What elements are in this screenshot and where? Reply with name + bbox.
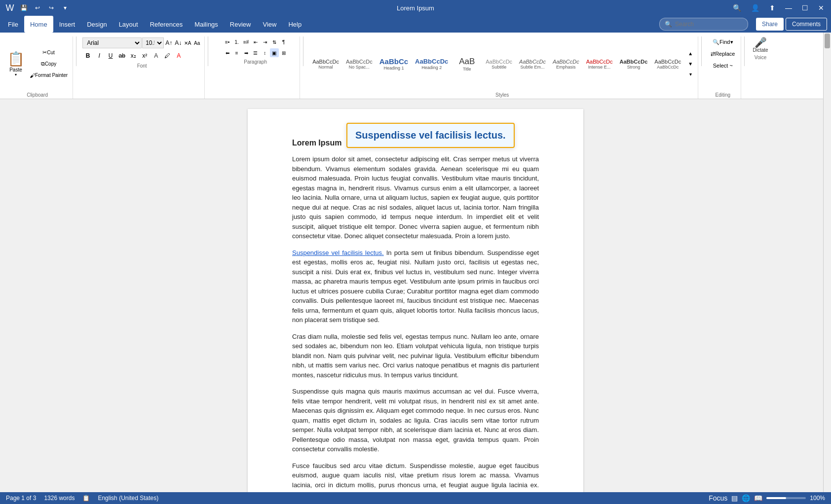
account-button[interactable]: 👤 — [748, 3, 762, 13]
style-extra[interactable]: AaBbCcDc AaBbCcDc — [651, 58, 684, 71]
style-heading1[interactable]: AaBbCc Heading 1 — [377, 56, 411, 72]
shading-button[interactable]: ▣ — [270, 48, 279, 57]
title-bar: W 💾 ↩ ↪ ▾ Lorem Ipsum 🔍 👤 ⬆ — ☐ ✕ — [0, 0, 831, 16]
strikethrough-button[interactable]: ab — [116, 50, 127, 61]
subscript-button[interactable]: x₂ — [128, 50, 139, 61]
increase-font-btn[interactable]: A↑ — [164, 38, 173, 47]
menu-design[interactable]: Design — [81, 16, 113, 33]
web-layout-btn[interactable]: 🌐 — [742, 494, 750, 502]
vertical-scrollbar[interactable] — [823, 33, 831, 492]
search-titlebar-button[interactable]: 🔍 — [730, 3, 744, 13]
line-spacing-button[interactable]: ↕ — [261, 48, 269, 57]
align-left-button[interactable]: ⬅ — [223, 48, 232, 57]
style-normal[interactable]: AaBbCcDc Normal — [309, 58, 342, 71]
superscript-button[interactable]: x² — [139, 50, 150, 61]
numbering-button[interactable]: 1. — [232, 37, 241, 46]
menu-bar: File Home Insert Design Layout Reference… — [0, 16, 831, 33]
font-name-select[interactable]: Arial — [82, 37, 142, 48]
separator-2 — [208, 36, 208, 66]
replace-button[interactable]: ⇄ Replace — [708, 48, 738, 59]
minimize-button[interactable]: — — [782, 3, 795, 13]
style-title[interactable]: AaB Title — [452, 56, 482, 72]
menu-home[interactable]: Home — [24, 16, 53, 33]
styles-scroll-down[interactable]: ▼ — [686, 60, 695, 69]
search-bar[interactable]: 🔍 — [659, 18, 748, 31]
style-emphasis[interactable]: AaBbCcDc Emphasis — [550, 58, 582, 71]
print-layout-btn[interactable]: ▤ — [731, 494, 738, 502]
menu-file[interactable]: File — [2, 16, 24, 33]
maximize-button[interactable]: ☐ — [799, 3, 811, 13]
show-formatting-button[interactable]: ¶ — [279, 37, 288, 46]
spell-check-icon[interactable]: 📋 — [82, 495, 90, 502]
menu-review[interactable]: Review — [224, 16, 257, 33]
editing-group: 🔍 Find ▾ ⇄ Replace Select ~ Editing — [705, 36, 741, 99]
search-input[interactable] — [675, 21, 734, 28]
bullets-button[interactable]: ≡• — [223, 37, 232, 46]
cut-button[interactable]: ✂ Cut — [28, 47, 70, 58]
copy-button[interactable]: ⧉ Copy — [28, 59, 70, 70]
underline-button[interactable]: U — [105, 50, 116, 61]
text-effects-button[interactable]: A — [151, 50, 161, 61]
style-subtitle[interactable]: AaBbCcDc Subtitle — [483, 58, 515, 71]
paste-button[interactable]: 📋 Paste ▾ — [5, 51, 27, 77]
highlight-color-btn[interactable]: 🖊 — [162, 50, 173, 61]
justify-button[interactable]: ☰ — [251, 48, 260, 57]
doc-link[interactable]: Suspendisse vel facilisis lectus. — [292, 249, 384, 256]
save-button[interactable]: 💾 — [18, 2, 30, 14]
status-left: Page 1 of 3 1326 words 📋 English (United… — [6, 495, 158, 502]
paragraph-3: Cras diam nulla, molestie sed felis vel,… — [292, 332, 539, 380]
ribbon-display-button[interactable]: ⬆ — [766, 3, 778, 13]
redo-button[interactable]: ↪ — [45, 2, 57, 14]
customize-qat-button[interactable]: ▾ — [59, 2, 71, 14]
styles-more[interactable]: ▾ — [686, 70, 695, 79]
styles-scroll-up[interactable]: ▲ — [686, 49, 695, 58]
separator-3 — [303, 36, 303, 66]
separator-5 — [744, 36, 745, 66]
increase-indent-button[interactable]: ⇥ — [261, 37, 269, 46]
change-case-btn[interactable]: Aa — [192, 38, 201, 47]
focus-button[interactable]: Focus — [709, 494, 727, 502]
multilevel-list-button[interactable]: ≡# — [242, 37, 251, 46]
menu-mailings[interactable]: Mailings — [189, 16, 224, 33]
clear-format-btn[interactable]: ✕A — [183, 38, 192, 47]
decrease-indent-button[interactable]: ⇤ — [251, 37, 260, 46]
menu-layout[interactable]: Layout — [113, 16, 144, 33]
close-button[interactable]: ✕ — [815, 3, 827, 13]
style-strong[interactable]: AaBbCcDc Strong — [616, 58, 650, 71]
font-size-select[interactable]: 10.5 — [142, 37, 164, 48]
sort-button[interactable]: ⇅ — [270, 37, 279, 46]
undo-button[interactable]: ↩ — [32, 2, 43, 14]
comments-button[interactable]: Comments — [786, 18, 827, 31]
format-painter-button[interactable]: 🖌 Format Painter — [28, 70, 70, 81]
font-group: Arial 10.5 A↑ A↓ ✕A Aa B I U ab x₂ x² — [79, 36, 205, 99]
bold-button[interactable]: B — [82, 50, 93, 61]
scrollbar-thumb[interactable] — [825, 34, 830, 48]
menu-help[interactable]: Help — [282, 16, 307, 33]
style-subtle-em[interactable]: AaBbCcDc Subtle Em... — [516, 58, 549, 71]
paste-dropdown-icon[interactable]: ▾ — [15, 72, 17, 77]
dictate-button[interactable]: 🎤 Dictate — [751, 36, 770, 54]
language[interactable]: English (United States) — [98, 495, 158, 502]
find-button[interactable]: 🔍 Find ▾ — [710, 36, 736, 47]
menu-insert[interactable]: Insert — [53, 16, 81, 33]
style-no-spacing[interactable]: AaBbCcDc No Spac... — [343, 58, 376, 71]
align-right-button[interactable]: ➡ — [242, 48, 251, 57]
select-button[interactable]: Select ~ — [710, 60, 736, 71]
word-icon-btn[interactable]: W — [4, 2, 16, 14]
separator-1 — [76, 36, 76, 66]
decrease-font-btn[interactable]: A↓ — [174, 38, 183, 47]
menu-view[interactable]: View — [257, 16, 282, 33]
read-mode-btn[interactable]: 📖 — [754, 494, 762, 502]
tooltip-popup: Suspendisse vel facilisis lectus. — [346, 123, 515, 148]
share-button[interactable]: Share — [756, 18, 784, 31]
style-heading2[interactable]: AaBbCcDc Heading 2 — [412, 57, 451, 71]
font-color-btn[interactable]: A — [173, 50, 184, 61]
italic-button[interactable]: I — [94, 50, 105, 61]
align-center-button[interactable]: ≡ — [232, 48, 241, 57]
menu-references[interactable]: References — [144, 16, 189, 33]
clipboard-group: 📋 Paste ▾ ✂ Cut ⧉ Copy 🖌 Format Painter … — [2, 36, 73, 99]
zoom-slider[interactable] — [766, 497, 806, 499]
zoom-level: 100% — [810, 495, 825, 502]
style-intense-e[interactable]: AaBbCcDc Intense E... — [583, 58, 616, 71]
borders-button[interactable]: ⊞ — [279, 48, 288, 57]
